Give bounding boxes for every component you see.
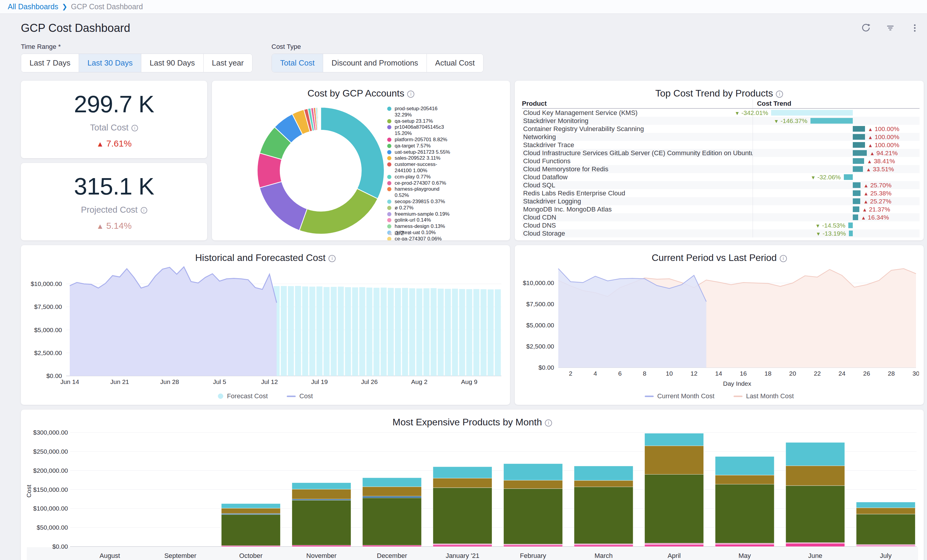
trend-value: ▲ 25.70% <box>863 181 892 190</box>
column-header-cost-trend[interactable]: Cost Trend <box>753 99 919 108</box>
legend-item-pr10406a87045145c3[interactable]: pr10406a87045145c3 15.20% <box>387 124 453 137</box>
more-options-button[interactable] <box>908 21 922 35</box>
cost-trend-cell: ▲ 100.00% <box>753 141 919 149</box>
trend-value: ▲ 38.41% <box>867 157 895 165</box>
legend-page-down-icon[interactable]: ▼ <box>406 230 412 237</box>
gcp-accounts-donut-chart[interactable] <box>252 102 389 239</box>
svg-text:26: 26 <box>863 370 870 377</box>
legend-forecast-cost[interactable]: Forecast Cost <box>218 392 267 400</box>
time-range-last-7-days[interactable]: Last 7 Days <box>21 54 79 72</box>
legend-item-golink-url[interactable]: golink-url 0.14% <box>387 217 453 223</box>
donut-slice-qa-setup[interactable] <box>299 188 378 234</box>
legend-item-prod-setup-205416[interactable]: prod-setup-205416 32.29% <box>387 106 453 118</box>
legend-item-[interactable]: ø 0.27% <box>387 205 453 211</box>
legend-item-secops-239815[interactable]: secops-239815 0.37% <box>387 199 453 205</box>
trend-bar <box>853 182 860 188</box>
legend-item-customer-success-244100[interactable]: customer-success-244100 1.00% <box>387 161 453 174</box>
donut-slice-prod-setup-205416[interactable] <box>321 107 384 199</box>
svg-text:$200,000.00: $200,000.00 <box>33 467 68 474</box>
table-row-cloud-sql[interactable]: Cloud SQL▲ 25.70% <box>522 181 919 189</box>
legend-item-freemium-sample[interactable]: freemium-sample 0.19% <box>387 211 453 217</box>
info-icon[interactable]: i <box>328 255 336 262</box>
table-row-cloud-memorystore-for-redis[interactable]: Cloud Memorystore for Redis▲ 33.51% <box>522 165 919 173</box>
total-cost-value: 299.7 K <box>74 91 154 118</box>
legend-current-month-cost[interactable]: Current Month Cost <box>645 392 714 400</box>
svg-text:18: 18 <box>764 370 771 377</box>
product-name: Cloud Key Management Service (KMS) <box>522 109 753 117</box>
table-row-cloud-cdn[interactable]: Cloud CDN▲ 16.34% <box>522 213 919 221</box>
legend-label: pr10406a87045145c3 15.20% <box>395 124 453 137</box>
svg-text:22: 22 <box>814 370 821 377</box>
legend-item-harness-playground[interactable]: harness-playground 0.52% <box>387 186 453 199</box>
table-row-cloud-storage[interactable]: Cloud Storage▼ -13.19% <box>522 229 919 237</box>
legend-item-qa-setup[interactable]: qa-setup 23.17% <box>387 118 453 124</box>
trend-value: ▲ 94.21% <box>870 149 898 158</box>
current-vs-last-chart[interactable]: $0.00$2,500.00$5,000.00$7,500.00$10,000.… <box>520 264 919 389</box>
info-icon[interactable]: i <box>545 419 552 426</box>
time-range-button-group: Last 7 DaysLast 30 DaysLast 90 DaysLast … <box>21 54 252 72</box>
legend-label: Cost <box>299 392 313 400</box>
legend-dot <box>387 200 391 204</box>
table-row-cloud-key-management-service-kms[interactable]: Cloud Key Management Service (KMS)▼ -342… <box>522 109 919 117</box>
info-icon[interactable]: i <box>780 255 787 262</box>
time-range-last-year[interactable]: Last year <box>203 54 252 72</box>
time-range-last-90-days[interactable]: Last 90 Days <box>141 54 203 72</box>
breadcrumb-all-dashboards[interactable]: All Dashboards <box>8 2 58 11</box>
svg-text:$0.00: $0.00 <box>538 364 554 371</box>
table-row-container-registry-vulnerability-scannin[interactable]: Container Registry Vulnerability Scannin… <box>522 125 919 133</box>
filter-button[interactable] <box>883 21 897 35</box>
table-row-cloud-functions[interactable]: Cloud Functions▲ 38.41% <box>522 157 919 165</box>
time-range-last-30-days[interactable]: Last 30 Days <box>79 54 141 72</box>
historical-forecast-chart[interactable]: $0.00$2,500.00$5,000.00$7,500.00$10,000.… <box>27 264 504 386</box>
legend-item-harness-design[interactable]: harness-design 0.13% <box>387 223 453 230</box>
table-row-cloud-dataflow[interactable]: Cloud Dataflow▼ -32.06% <box>522 173 919 181</box>
cost-trend-cell: ▼ -14.53% <box>753 221 919 229</box>
info-icon[interactable]: i <box>131 125 138 131</box>
legend-label: ø 0.27% <box>395 205 413 211</box>
legend-item-uat-setup-261723[interactable]: uat-setup-261723 5.55% <box>387 149 453 155</box>
historical-chart-title: Historical and Forecasted Costi <box>21 252 510 263</box>
table-row-mongodb-inc-mongodb-atlas[interactable]: MongoDB Inc. MongoDB Atlas▲ 21.37% <box>522 205 919 213</box>
legend-last-month-cost[interactable]: Last Month Cost <box>734 392 794 400</box>
legend-item-ccm-play[interactable]: ccm-play 0.77% <box>387 174 453 180</box>
monthly-products-chart[interactable]: $0.00$50,000.00$100,000.00$150,000.00$20… <box>27 429 918 560</box>
table-body: Cloud Key Management Service (KMS)▼ -342… <box>522 109 919 237</box>
legend-item-ce-prod-274307[interactable]: ce-prod-274307 0.67% <box>387 180 453 187</box>
delta-arrow-up-icon: ▲ <box>96 222 104 230</box>
legend-cost[interactable]: Cost <box>287 392 313 400</box>
table-row-networking[interactable]: Networking▲ 100.00% <box>522 133 919 141</box>
legend-page-up-icon[interactable]: ▲ <box>387 230 393 237</box>
legend-item-sales-209522[interactable]: sales-209522 3.11% <box>387 155 453 161</box>
current-vs-last-title: Current Period vs Last Periodi <box>515 252 924 263</box>
svg-text:February: February <box>520 552 546 559</box>
legend-item-ce-qa-274307[interactable]: ce-qa-274307 0.06% <box>387 236 453 240</box>
table-row-redis-labs-redis-enterprise-cloud[interactable]: Redis Labs Redis Enterprise Cloud▲ 25.38… <box>522 189 919 197</box>
info-icon[interactable]: i <box>141 207 147 214</box>
cost-type-total-cost[interactable]: Total Cost <box>272 54 323 72</box>
legend-label: customer-success-244100 1.00% <box>395 161 453 174</box>
dashboard-content: GCP Cost Dashboard <box>0 14 927 560</box>
info-icon[interactable]: i <box>407 91 414 98</box>
product-name: Stackdriver Logging <box>522 197 753 205</box>
column-header-product[interactable]: Product <box>522 100 753 108</box>
circle-swatch <box>218 393 223 399</box>
legend-item-qa-target[interactable]: qa-target 7.57% <box>387 143 453 149</box>
legend-item-platform-205701[interactable]: platform-205701 8.82% <box>387 137 453 143</box>
info-icon[interactable]: i <box>776 91 783 98</box>
refresh-button[interactable] <box>859 21 873 35</box>
cost-type-discount-and-promotions[interactable]: Discount and Promotions <box>323 54 426 72</box>
svg-text:$50,000.00: $50,000.00 <box>36 524 68 531</box>
product-name: Container Registry Vulnerability Scannin… <box>522 125 753 133</box>
table-row-stackdriver-logging[interactable]: Stackdriver Logging▲ 25.27% <box>522 197 919 205</box>
cost-type-actual-cost[interactable]: Actual Cost <box>427 54 483 72</box>
legend-dot <box>387 162 391 167</box>
table-row-stackdriver-monitoring[interactable]: Stackdriver Monitoring▼ -146.37% <box>522 117 919 125</box>
table-row-cloud-infrastructure-services-gitlab-ser[interactable]: Cloud Infrastructure Services GitLab Ser… <box>522 149 919 157</box>
table-row-cloud-dns[interactable]: Cloud DNS▼ -14.53% <box>522 221 919 229</box>
filter-icon <box>885 23 895 33</box>
table-row-stackdriver-trace[interactable]: Stackdriver Trace▲ 100.00% <box>522 141 919 149</box>
donut-slice-ce-qa-274307[interactable] <box>320 107 321 130</box>
trend-value: ▼ -342.01% <box>735 109 769 117</box>
donut-slice-pr10406a87045145c3[interactable] <box>260 182 307 231</box>
trend-bar <box>844 174 853 180</box>
